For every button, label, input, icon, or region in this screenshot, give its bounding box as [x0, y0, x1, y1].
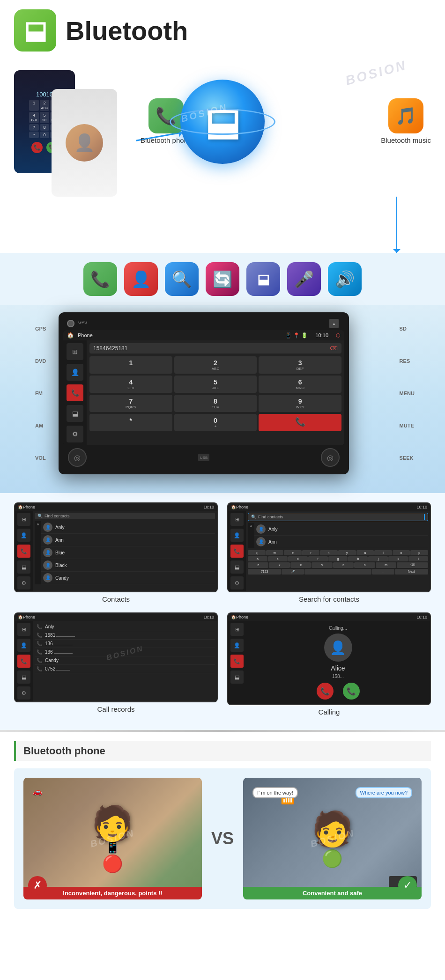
key-h[interactable]: h — [348, 556, 368, 561]
ui-bluetooth-button[interactable]: ⬓ — [246, 262, 280, 296]
key-i[interactable]: i — [374, 550, 392, 555]
car-seek-knob[interactable]: ◎ — [321, 448, 340, 467]
key-k[interactable]: k — [388, 556, 408, 561]
arrow-sphere-down — [396, 197, 397, 253]
cr-sb-call[interactable]: 📞 — [17, 655, 30, 668]
car-key-2[interactable]: 2 ABC — [174, 356, 257, 374]
key-e[interactable]: e — [284, 550, 302, 555]
key-c[interactable]: c — [290, 562, 311, 568]
calling-name: Alice — [331, 664, 345, 672]
key-p[interactable]: p — [410, 550, 428, 555]
contact-black[interactable]: 👤 Black — [41, 559, 215, 572]
cr-row-0752[interactable]: 📞 0752 — [35, 665, 215, 673]
car-key-0[interactable]: 0 + — [174, 414, 257, 431]
key-dot[interactable]: . — [372, 569, 394, 575]
key-z[interactable]: z — [248, 562, 268, 568]
key-f[interactable]: f — [308, 556, 328, 561]
ui-phone-button[interactable]: 📞 — [83, 262, 117, 296]
calling-sb-grid[interactable]: ⊞ — [230, 623, 244, 636]
contacts-sb-bt[interactable]: ⬓ — [17, 560, 30, 574]
sc-sb-grid[interactable]: ⊞ — [230, 513, 244, 526]
contacts-sb-call[interactable]: 📞 — [17, 545, 30, 558]
car-volume-knob[interactable]: ◎ — [68, 448, 87, 467]
key-x[interactable]: x — [269, 562, 289, 568]
cr-row-136b[interactable]: 📞 136 — [35, 648, 215, 656]
key-backspace[interactable]: ⌫ — [397, 562, 428, 568]
car-key-3[interactable]: 3 DEF — [259, 356, 341, 374]
car-key-star[interactable]: * — [89, 414, 172, 431]
sc-contact-anly[interactable]: 👤 Anly — [254, 523, 428, 536]
cr-sb-bt[interactable]: ⬓ — [17, 671, 30, 684]
end-call-button[interactable]: 📞 — [317, 683, 334, 700]
sc-contact-ann[interactable]: 👤 Ann — [254, 536, 428, 548]
key-o[interactable]: o — [393, 550, 410, 555]
sc-sb-bt[interactable]: ⬓ — [230, 560, 244, 574]
contacts-search-bar[interactable]: 🔍 Find contacts — [35, 513, 215, 519]
car-key-9[interactable]: 9 WXY — [259, 395, 341, 412]
cr-sb-settings[interactable]: ⚙ — [17, 686, 30, 700]
contacts-sb-grid[interactable]: ⊞ — [17, 513, 30, 526]
contact-candy[interactable]: 👤 Candy — [41, 572, 215, 584]
key-next[interactable]: Next — [395, 569, 428, 575]
car-eject-btn[interactable]: ▲ — [329, 319, 339, 328]
car-knob-left-1[interactable] — [67, 320, 74, 327]
key-n[interactable]: n — [354, 562, 375, 568]
ui-transfer-button[interactable]: 🔄 — [206, 262, 239, 296]
car-key-7[interactable]: 7 PQRS — [89, 395, 172, 412]
ui-contact-button[interactable]: 👤 — [124, 262, 158, 296]
key-m[interactable]: m — [376, 562, 396, 568]
key-d[interactable]: d — [288, 556, 308, 561]
cr-row-136a[interactable]: 📞 136 — [35, 640, 215, 648]
car-key-6[interactable]: 6 MNO — [259, 376, 341, 393]
car-sidebar-call-btn[interactable]: 📞 — [67, 384, 83, 401]
key-q[interactable]: q — [248, 550, 266, 555]
sc-sb-contact[interactable]: 👤 — [230, 529, 244, 542]
ui-mic-button[interactable]: 🎤 — [287, 262, 321, 296]
car-key-1[interactable]: 1 — [89, 356, 172, 374]
key-s[interactable]: s — [268, 556, 288, 561]
calling-sb-contact[interactable]: 👤 — [230, 639, 244, 652]
car-sidebar-grid-btn[interactable]: ⊞ — [67, 343, 83, 360]
calling-sb-call[interactable]: 📞 — [230, 655, 244, 668]
key-t[interactable]: t — [320, 550, 338, 555]
ui-search-button[interactable]: 🔍 — [165, 262, 199, 296]
sc-sb-call[interactable]: 📞 — [230, 545, 244, 558]
contacts-sidebar: ⊞ 👤 📞 ⬓ ⚙ — [15, 511, 33, 591]
cr-sb-contact[interactable]: 👤 — [17, 639, 30, 652]
key-v[interactable]: v — [312, 562, 332, 568]
contact-blue[interactable]: 👤 Blue — [41, 546, 215, 559]
key-w[interactable]: w — [266, 550, 284, 555]
key-mic[interactable]: 🎤 — [282, 569, 304, 575]
car-key-5[interactable]: 5 JKL — [174, 376, 257, 393]
key-b[interactable]: b — [333, 562, 354, 568]
car-sidebar-bt-btn[interactable]: ⬓ — [67, 405, 83, 422]
car-call-button[interactable]: 📞 — [259, 414, 341, 431]
car-key-8[interactable]: 8 TUV — [174, 395, 257, 412]
key-y[interactable]: y — [338, 550, 356, 555]
contacts-sb-settings[interactable]: ⚙ — [17, 576, 30, 589]
cr-row-anly[interactable]: 📞 Anly — [35, 623, 215, 631]
contact-anly[interactable]: 👤 Anly — [41, 521, 215, 534]
answer-call-button[interactable]: 📞 — [343, 683, 360, 700]
cr-row-candy[interactable]: 📞 Candy — [35, 656, 215, 665]
cr-row-1581[interactable]: 📞 1581 — [35, 631, 215, 640]
ui-volume-button[interactable]: 🔊 — [328, 262, 362, 296]
car-key-4[interactable]: 4 GHI — [89, 376, 172, 393]
car-sidebar-contact-btn[interactable]: 👤 — [67, 364, 83, 381]
key-u[interactable]: u — [356, 550, 374, 555]
key-l[interactable]: l — [408, 556, 428, 561]
key-g[interactable]: g — [328, 556, 348, 561]
backspace-icon[interactable]: ⌫ — [330, 345, 338, 352]
key-j[interactable]: j — [368, 556, 388, 561]
contacts-sb-contact[interactable]: 👤 — [17, 529, 30, 542]
key-space[interactable] — [304, 569, 371, 575]
contact-ann[interactable]: 👤 Ann — [41, 534, 215, 546]
car-sidebar-settings-btn[interactable]: ⚙ — [67, 426, 83, 442]
key-7123[interactable]: 7123 — [248, 569, 281, 575]
key-a[interactable]: a — [248, 556, 267, 561]
sc-search-bar[interactable]: 🔍 Find contacts — [248, 513, 428, 521]
key-r[interactable]: r — [302, 550, 320, 555]
calling-sb-bt[interactable]: ⬓ — [230, 671, 244, 684]
cr-sb-grid[interactable]: ⊞ — [17, 623, 30, 636]
sc-sb-settings[interactable]: ⚙ — [230, 576, 244, 589]
